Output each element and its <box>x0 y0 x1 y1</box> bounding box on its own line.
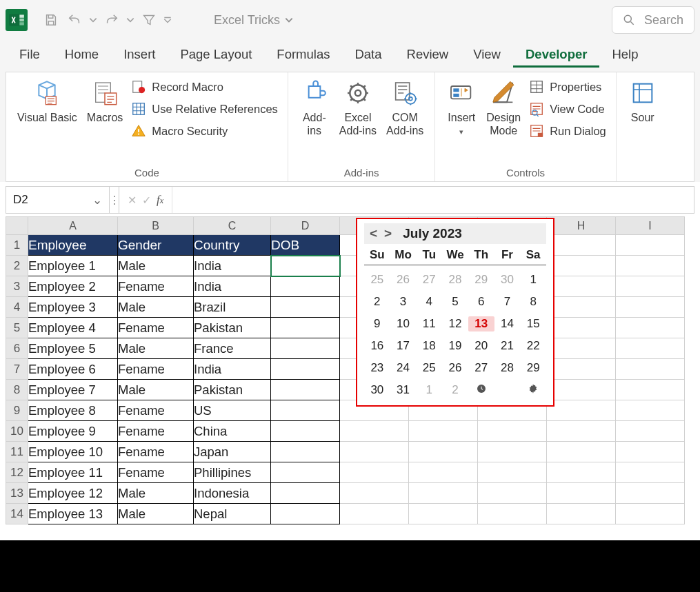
macros-button[interactable]: Macros <box>86 76 124 125</box>
row-header-3[interactable]: 3 <box>6 276 28 297</box>
document-name[interactable]: Excel Tricks <box>214 13 294 28</box>
cell-B7[interactable]: Fename <box>118 359 194 380</box>
cell-C3[interactable]: India <box>194 276 271 297</box>
cell-A7[interactable]: Employee 6 <box>28 359 118 380</box>
tab-home[interactable]: Home <box>52 41 111 68</box>
cell-header-c[interactable]: Country <box>194 235 271 256</box>
cell-B8[interactable]: Male <box>118 380 194 400</box>
calendar-day-28[interactable]: 28 <box>494 360 521 376</box>
calendar-day-12[interactable]: 12 <box>442 316 468 331</box>
calendar-day-17[interactable]: 17 <box>390 338 417 354</box>
cell-B11[interactable]: Fename <box>118 442 194 462</box>
formula-input[interactable] <box>172 187 694 213</box>
cell-C2[interactable]: India <box>194 256 271 276</box>
cell-A8[interactable]: Employee 7 <box>28 380 118 400</box>
cell-B13[interactable]: Male <box>118 483 194 504</box>
cell-D11[interactable] <box>271 442 340 462</box>
row-header-6[interactable]: 6 <box>6 338 28 359</box>
cell-A12[interactable]: Employee 11 <box>28 462 118 483</box>
row-header-14[interactable]: 14 <box>6 504 28 524</box>
cell-B10[interactable]: Fename <box>118 421 194 442</box>
cell-D3[interactable] <box>271 276 340 297</box>
calendar-day-31[interactable]: 31 <box>390 382 417 398</box>
cell-C6[interactable]: France <box>194 338 271 359</box>
row-header-10[interactable]: 10 <box>6 421 28 442</box>
cell-A5[interactable]: Employee 4 <box>28 318 118 338</box>
row-header-7[interactable]: 7 <box>6 359 28 380</box>
calendar-day-13[interactable]: 13 <box>468 316 494 331</box>
cell-C8[interactable]: Pakistan <box>194 380 271 400</box>
cell-D10[interactable] <box>271 421 340 442</box>
addins-button[interactable]: Add- ins <box>298 76 331 139</box>
calendar-day-24[interactable]: 24 <box>390 360 417 376</box>
tab-file[interactable]: File <box>7 41 52 68</box>
search-input[interactable]: Search <box>612 6 694 34</box>
gear-icon[interactable] <box>528 384 539 397</box>
cell-A4[interactable]: Employee 3 <box>28 297 118 318</box>
cell-B6[interactable]: Male <box>118 338 194 359</box>
row-header-1[interactable]: 1 <box>6 235 28 256</box>
calendar-day-18[interactable]: 18 <box>416 338 442 354</box>
calendar-day-23[interactable]: 23 <box>364 360 390 376</box>
calendar-day-30[interactable]: 30 <box>364 382 390 398</box>
calendar-day-9[interactable]: 9 <box>364 316 390 331</box>
calendar-day-27[interactable]: 27 <box>416 272 442 287</box>
cell-C14[interactable]: Nepal <box>194 504 271 524</box>
row-header-4[interactable]: 4 <box>6 297 28 318</box>
cell-A11[interactable]: Employee 10 <box>28 442 118 462</box>
calendar-day-30[interactable]: 30 <box>494 272 521 287</box>
calendar-clock-button[interactable] <box>468 382 494 398</box>
calendar-day-1[interactable]: 1 <box>416 382 442 398</box>
com-addins-button[interactable]: COM Add-ins <box>385 76 425 139</box>
cell-header-b[interactable]: Gender <box>118 235 194 256</box>
run-dialog-button[interactable]: Run Dialog <box>529 123 606 139</box>
cell-C13[interactable]: Indonesia <box>194 483 271 504</box>
cell-B4[interactable]: Male <box>118 297 194 318</box>
cell-D14[interactable] <box>271 504 340 524</box>
visual-basic-button[interactable]: Visual Basic <box>16 76 79 125</box>
cell-D7[interactable] <box>271 359 340 380</box>
row-header-9[interactable]: 9 <box>6 400 28 421</box>
calendar-day-29[interactable]: 29 <box>520 360 546 376</box>
tab-view[interactable]: View <box>461 41 513 68</box>
tab-developer[interactable]: Developer <box>513 41 599 68</box>
cell-A13[interactable]: Employee 12 <box>28 483 118 504</box>
tab-insert[interactable]: Insert <box>111 41 168 68</box>
row-header-12[interactable]: 12 <box>6 462 28 483</box>
cell-B2[interactable]: Male <box>118 256 194 276</box>
calendar-day-27[interactable]: 27 <box>468 360 494 376</box>
cell-C4[interactable]: Brazil <box>194 297 271 318</box>
calendar-day-10[interactable]: 10 <box>390 316 417 331</box>
source-button[interactable]: Sour <box>626 76 659 125</box>
redo-icon[interactable] <box>102 10 121 30</box>
cell-D5[interactable] <box>271 318 340 338</box>
filter-icon[interactable] <box>139 10 159 30</box>
tab-page-layout[interactable]: Page Layout <box>168 41 264 68</box>
cell-D6[interactable] <box>271 338 340 359</box>
calendar-day-3[interactable]: 3 <box>390 294 417 309</box>
save-icon[interactable] <box>41 10 61 30</box>
cell-D8[interactable] <box>271 380 340 400</box>
cell-D2[interactable] <box>271 256 340 276</box>
calendar-settings-button[interactable] <box>520 382 546 398</box>
calendar-prev-button[interactable]: < <box>370 226 377 241</box>
cell-C7[interactable]: India <box>194 359 271 380</box>
calendar-day-7[interactable]: 7 <box>494 294 521 309</box>
cell-A9[interactable]: Employee 8 <box>28 400 118 421</box>
calendar-day-21[interactable]: 21 <box>494 338 521 354</box>
cell-C10[interactable]: China <box>194 421 271 442</box>
redo-dropdown-icon[interactable] <box>126 10 135 30</box>
select-all-corner[interactable] <box>6 217 28 235</box>
properties-button[interactable]: Properties <box>529 79 606 94</box>
cell-B9[interactable]: Fename <box>118 400 194 421</box>
cell-C5[interactable]: Pakistan <box>194 318 271 338</box>
calendar-day-20[interactable]: 20 <box>468 338 494 354</box>
record-macro-button[interactable]: Record Macro <box>131 79 278 94</box>
cell-A6[interactable]: Employee 5 <box>28 338 118 359</box>
insert-button[interactable]: Insert▾ <box>445 76 478 139</box>
calendar-day-6[interactable]: 6 <box>468 294 494 309</box>
cell-C9[interactable]: US <box>194 400 271 421</box>
macro-security-button[interactable]: Macro Security <box>131 123 278 139</box>
calendar-day-2[interactable]: 2 <box>442 382 468 398</box>
design-mode-button[interactable]: Design Mode <box>485 76 522 139</box>
